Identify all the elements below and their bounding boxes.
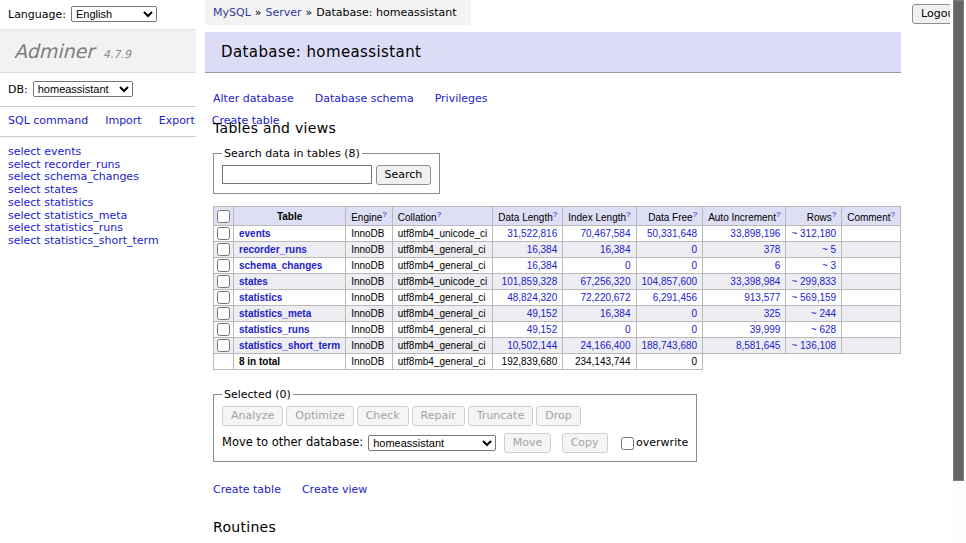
column-help-link[interactable]: ? bbox=[891, 210, 895, 219]
table-link-recorder-runs[interactable]: recorder_runs bbox=[239, 244, 307, 255]
data-length-link[interactable]: 48,824,320 bbox=[507, 292, 557, 303]
data-length-link[interactable]: 16,384 bbox=[527, 260, 558, 271]
rows-link[interactable]: ~ 3 bbox=[822, 260, 836, 271]
data-length-link[interactable]: 31,522,816 bbox=[507, 228, 557, 239]
check-button[interactable]: Check bbox=[357, 406, 409, 426]
index-length-link[interactable]: 70,467,584 bbox=[580, 228, 630, 239]
rows-link[interactable]: ~ 569,159 bbox=[791, 292, 836, 303]
row-checkbox[interactable] bbox=[217, 339, 230, 352]
column-help-link[interactable]: ? bbox=[776, 210, 780, 219]
row-checkbox[interactable] bbox=[217, 291, 230, 304]
create-link-create-table[interactable]: Create table bbox=[213, 483, 281, 496]
copy-button[interactable]: Copy bbox=[562, 433, 608, 453]
data-free-link[interactable]: 188,743,680 bbox=[642, 340, 698, 351]
index-length-link[interactable]: 0 bbox=[625, 324, 631, 335]
data-length-link[interactable]: 101,859,328 bbox=[502, 276, 558, 287]
rows-link[interactable]: ~ 299,833 bbox=[791, 276, 836, 287]
data-free-link[interactable]: 0 bbox=[692, 260, 698, 271]
rows-link[interactable]: ~ 312,180 bbox=[791, 228, 836, 239]
search-button[interactable]: Search bbox=[376, 165, 432, 185]
db-link-database-schema[interactable]: Database schema bbox=[315, 92, 414, 105]
column-help-link[interactable]: ? bbox=[437, 210, 441, 219]
data-length-link[interactable]: 10,502,144 bbox=[507, 340, 557, 351]
index-length-link[interactable]: 16,384 bbox=[600, 308, 631, 319]
sidebar-action-sql-command[interactable]: SQL command bbox=[8, 114, 88, 127]
data-free-link[interactable]: 104,857,600 bbox=[642, 276, 698, 287]
index-length-link[interactable]: 24,166,400 bbox=[580, 340, 630, 351]
column-help-link[interactable]: ? bbox=[832, 210, 836, 219]
auto-increment-link[interactable]: 33,898,196 bbox=[730, 228, 780, 239]
data-free-link[interactable]: 0 bbox=[692, 244, 698, 255]
row-checkbox[interactable] bbox=[217, 323, 230, 336]
index-length-link[interactable]: 16,384 bbox=[600, 244, 631, 255]
auto-increment-link[interactable]: 33,398,984 bbox=[730, 276, 780, 287]
data-free-link[interactable]: 0 bbox=[692, 324, 698, 335]
vertical-scrollbar[interactable] bbox=[950, 0, 966, 543]
sidebar-select-states[interactable]: select states bbox=[8, 183, 78, 196]
index-length-link[interactable]: 72,220,672 bbox=[580, 292, 630, 303]
table-link-statistics-meta[interactable]: statistics_meta bbox=[239, 308, 311, 319]
data-free-link[interactable]: 6,291,456 bbox=[653, 292, 698, 303]
sidebar-action-import[interactable]: Import bbox=[105, 114, 142, 127]
db-link-privileges[interactable]: Privileges bbox=[435, 92, 488, 105]
sidebar-select-events[interactable]: select events bbox=[8, 145, 81, 158]
rows-link[interactable]: ~ 244 bbox=[811, 308, 836, 319]
row-checkbox[interactable] bbox=[217, 259, 230, 272]
move-db-select[interactable]: homeassistant bbox=[368, 435, 496, 451]
table-link-events[interactable]: events bbox=[239, 228, 271, 239]
auto-increment-link[interactable]: 39,999 bbox=[750, 324, 781, 335]
sidebar-select-statistics-short-term[interactable]: select statistics_short_term bbox=[8, 234, 159, 247]
column-help-link[interactable]: ? bbox=[553, 210, 557, 219]
auto-increment-link[interactable]: 325 bbox=[764, 308, 781, 319]
data-free-link[interactable]: 0 bbox=[692, 308, 698, 319]
breadcrumb-current: Database: homeassistant bbox=[316, 6, 456, 19]
column-help-link[interactable]: ? bbox=[382, 210, 386, 219]
db-select[interactable]: homeassistant bbox=[33, 81, 133, 97]
breadcrumb-link-server[interactable]: Server bbox=[266, 6, 302, 19]
index-length-link[interactable]: 0 bbox=[625, 260, 631, 271]
row-checkbox[interactable] bbox=[217, 275, 230, 288]
data-length-link[interactable]: 16,384 bbox=[527, 244, 558, 255]
sidebar-select-statistics-meta[interactable]: select statistics_meta bbox=[8, 209, 127, 222]
scrollbar-thumb[interactable] bbox=[953, 0, 964, 481]
rows-link[interactable]: ~ 136,108 bbox=[791, 340, 836, 351]
auto-increment-link[interactable]: 378 bbox=[764, 244, 781, 255]
repair-button[interactable]: Repair bbox=[412, 406, 465, 426]
sidebar-select-recorder-runs[interactable]: select recorder_runs bbox=[8, 158, 120, 171]
overwrite-checkbox[interactable] bbox=[621, 437, 634, 450]
auto-increment-link[interactable]: 913,577 bbox=[744, 292, 780, 303]
table-link-states[interactable]: states bbox=[239, 276, 268, 287]
table-link-schema-changes[interactable]: schema_changes bbox=[239, 260, 322, 271]
table-link-statistics-short-term[interactable]: statistics_short_term bbox=[239, 340, 340, 351]
auto-increment-link[interactable]: 6 bbox=[775, 260, 781, 271]
auto-increment-link[interactable]: 8,581,645 bbox=[736, 340, 781, 351]
rows-link[interactable]: ~ 628 bbox=[811, 324, 836, 335]
optimize-button[interactable]: Optimize bbox=[286, 406, 353, 426]
truncate-button[interactable]: Truncate bbox=[468, 406, 533, 426]
row-checkbox[interactable] bbox=[217, 307, 230, 320]
row-checkbox[interactable] bbox=[217, 243, 230, 256]
drop-button[interactable]: Drop bbox=[536, 406, 580, 426]
table-link-statistics-runs[interactable]: statistics_runs bbox=[239, 324, 310, 335]
rows-link[interactable]: ~ 5 bbox=[822, 244, 836, 255]
search-input[interactable] bbox=[222, 165, 372, 184]
data-length-link[interactable]: 49,152 bbox=[527, 324, 558, 335]
sidebar-select-schema-changes[interactable]: select schema_changes bbox=[8, 170, 139, 183]
move-button[interactable]: Move bbox=[504, 433, 552, 453]
db-link-alter-database[interactable]: Alter database bbox=[213, 92, 294, 105]
column-help-link[interactable]: ? bbox=[693, 210, 697, 219]
select-all-checkbox[interactable] bbox=[217, 210, 230, 223]
row-checkbox[interactable] bbox=[217, 227, 230, 240]
language-select[interactable]: English bbox=[71, 6, 157, 22]
create-link-create-view[interactable]: Create view bbox=[302, 483, 367, 496]
breadcrumb-link-mysql[interactable]: MySQL bbox=[213, 6, 251, 19]
analyze-button[interactable]: Analyze bbox=[222, 406, 283, 426]
data-free-link[interactable]: 50,331,648 bbox=[647, 228, 697, 239]
data-length-link[interactable]: 49,152 bbox=[527, 308, 558, 319]
sidebar-action-export[interactable]: Export bbox=[159, 114, 195, 127]
table-link-statistics[interactable]: statistics bbox=[239, 292, 282, 303]
index-length-link[interactable]: 67,256,320 bbox=[580, 276, 630, 287]
column-help-link[interactable]: ? bbox=[626, 210, 630, 219]
sidebar-select-statistics[interactable]: select statistics bbox=[8, 196, 93, 209]
sidebar-select-statistics-runs[interactable]: select statistics_runs bbox=[8, 221, 123, 234]
